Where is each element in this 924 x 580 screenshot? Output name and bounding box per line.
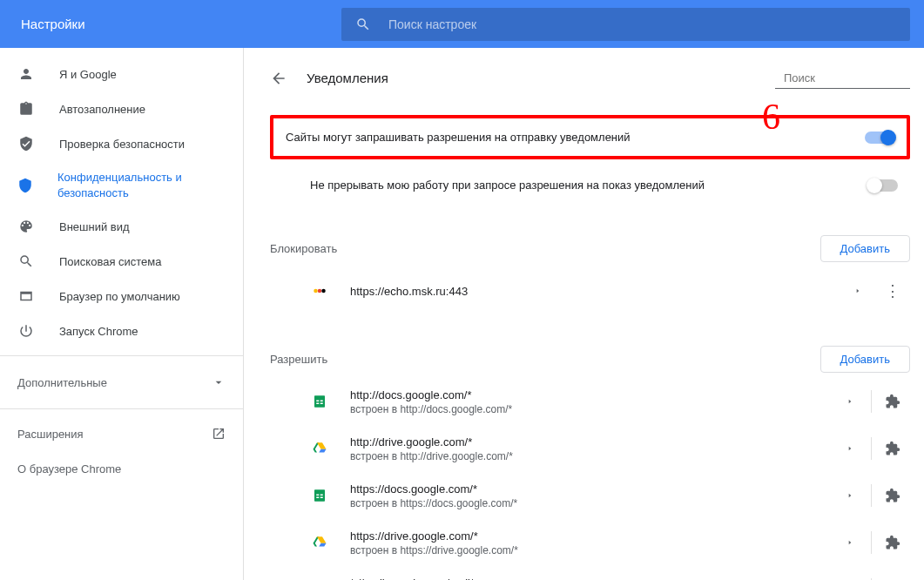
svg-point-1 bbox=[318, 289, 322, 293]
sidebar-item-label: Запуск Chrome bbox=[59, 325, 138, 338]
palette-icon bbox=[17, 219, 35, 234]
sidebar-item-profile[interactable]: Я и Google bbox=[0, 57, 243, 91]
search-icon bbox=[355, 17, 371, 32]
svg-rect-12 bbox=[320, 497, 323, 499]
toggle-ask-permission[interactable] bbox=[865, 132, 894, 144]
sidebar-item-label: Я и Google bbox=[59, 68, 117, 81]
global-search-input[interactable] bbox=[388, 17, 896, 31]
svg-point-2 bbox=[321, 289, 326, 293]
allow-list-item: *://mail.google.com/mail*встроен в *://m… bbox=[270, 566, 910, 580]
allow-list-item: https://docs.google.com/*встроен в https… bbox=[270, 472, 910, 519]
highlighted-setting: Сайты могут запрашивать разрешения на от… bbox=[270, 115, 910, 159]
block-section-header: Блокировать Добавить bbox=[270, 235, 910, 262]
svg-rect-6 bbox=[316, 403, 319, 405]
svg-rect-4 bbox=[316, 401, 319, 402]
sidebar-item-label: Браузер по умолчанию bbox=[59, 290, 180, 303]
allow-list-item: http://drive.google.com/*встроен в http:… bbox=[270, 425, 910, 472]
sidebar-item-search[interactable]: Поисковая система bbox=[0, 244, 243, 279]
extension-icon[interactable] bbox=[875, 441, 910, 456]
shield-check-icon bbox=[17, 136, 35, 152]
svg-rect-7 bbox=[320, 403, 323, 405]
allow-list-item: https://drive.google.com/*встроен в http… bbox=[270, 519, 910, 566]
site-sublabel: встроен в https://docs.google.com/* bbox=[350, 497, 833, 509]
sidebar-advanced[interactable]: Дополнительные bbox=[0, 363, 243, 401]
site-url: https://echo.msk.ru:443 bbox=[350, 285, 840, 298]
site-icon bbox=[310, 486, 329, 505]
add-allow-button[interactable]: Добавить bbox=[820, 346, 910, 373]
sidebar-item-safety[interactable]: Проверка безопасности bbox=[0, 126, 243, 161]
item-expand[interactable] bbox=[840, 286, 875, 296]
sidebar-about[interactable]: О браузере Chrome bbox=[0, 451, 243, 486]
search-icon bbox=[17, 253, 35, 269]
extension-icon[interactable] bbox=[875, 394, 910, 409]
extension-icon[interactable] bbox=[875, 488, 910, 503]
main-content: Уведомления 6 Сайты могут запрашивать ра… bbox=[244, 48, 924, 580]
extension-icon[interactable] bbox=[875, 535, 910, 550]
page-title: Уведомления bbox=[307, 71, 388, 85]
site-url: https://docs.google.com/* bbox=[350, 482, 833, 496]
sidebar-item-autofill[interactable]: Автозаполнение bbox=[0, 91, 243, 126]
global-search[interactable] bbox=[341, 8, 910, 41]
sidebar-item-default-browser[interactable]: Браузер по умолчанию bbox=[0, 279, 243, 314]
page-search[interactable] bbox=[775, 67, 910, 89]
item-menu[interactable]: ⋮ bbox=[875, 281, 910, 300]
sidebar-item-label: Проверка безопасности bbox=[59, 138, 185, 151]
svg-point-0 bbox=[314, 289, 318, 293]
site-sublabel: встроен в https://drive.google.com/* bbox=[350, 544, 833, 556]
toggle-row-ask-permission: Сайты могут запрашивать разрешения на от… bbox=[273, 118, 907, 156]
svg-rect-11 bbox=[316, 497, 319, 499]
site-url: https://drive.google.com/* bbox=[350, 529, 833, 543]
item-expand[interactable] bbox=[833, 396, 867, 407]
sidebar-item-startup[interactable]: Запуск Chrome bbox=[0, 314, 243, 348]
toggle-label: Сайты могут запрашивать разрешения на от… bbox=[286, 131, 631, 144]
divider bbox=[0, 408, 243, 409]
page-search-input[interactable] bbox=[784, 71, 924, 84]
sidebar-extensions[interactable]: Расширения bbox=[0, 416, 243, 451]
sidebar-advanced-label: Дополнительные bbox=[17, 376, 107, 389]
sidebar-item-label: Конфиденциальность и безопасность bbox=[57, 170, 226, 200]
site-sublabel: встроен в http://docs.google.com/* bbox=[350, 403, 833, 415]
app-header: Настройки bbox=[0, 0, 924, 48]
item-expand[interactable] bbox=[833, 443, 867, 454]
app-title: Настройки bbox=[0, 17, 341, 31]
allow-title: Разрешить bbox=[270, 353, 327, 366]
divider bbox=[0, 355, 243, 356]
person-icon bbox=[17, 66, 35, 82]
site-url: http://docs.google.com/* bbox=[350, 388, 833, 401]
sidebar: Я и Google Автозаполнение Проверка безоп… bbox=[0, 48, 244, 580]
annotation-number: 6 bbox=[762, 96, 780, 138]
back-button[interactable] bbox=[270, 70, 287, 87]
svg-rect-10 bbox=[320, 495, 323, 496]
allow-section-header: Разрешить Добавить bbox=[270, 346, 910, 373]
svg-rect-8 bbox=[314, 489, 325, 502]
site-url: http://drive.google.com/* bbox=[350, 435, 833, 448]
site-favicon-icon bbox=[310, 281, 329, 300]
site-icon bbox=[310, 392, 329, 411]
site-url: *://mail.google.com/mail* bbox=[350, 577, 833, 581]
svg-rect-5 bbox=[320, 401, 323, 402]
block-list-item: https://echo.msk.ru:443 ⋮ bbox=[270, 267, 910, 314]
sidebar-item-label: Автозаполнение bbox=[59, 103, 145, 116]
sidebar-item-label: Внешний вид bbox=[59, 220, 130, 233]
site-icon bbox=[310, 533, 329, 552]
item-expand[interactable] bbox=[833, 490, 867, 501]
site-sublabel: встроен в http://drive.google.com/* bbox=[350, 450, 833, 462]
power-icon bbox=[17, 323, 35, 339]
toggle-quiet-notifications[interactable] bbox=[868, 179, 898, 192]
svg-rect-9 bbox=[316, 495, 319, 496]
clipboard-icon bbox=[17, 101, 35, 117]
item-expand[interactable] bbox=[833, 537, 867, 548]
add-block-button[interactable]: Добавить bbox=[820, 235, 910, 262]
chevron-down-icon bbox=[212, 375, 226, 389]
sidebar-item-privacy[interactable]: Конфиденциальность и безопасность bbox=[0, 161, 243, 209]
sidebar-item-appearance[interactable]: Внешний вид bbox=[0, 209, 243, 244]
block-title: Блокировать bbox=[270, 242, 337, 255]
toggle-row-quiet: Не прерывать мою работу при запросе разр… bbox=[270, 166, 910, 204]
sidebar-about-label: О браузере Chrome bbox=[17, 462, 121, 475]
shield-icon bbox=[17, 178, 33, 193]
allow-list-item: http://docs.google.com/*встроен в http:/… bbox=[270, 378, 910, 425]
toggle-label: Не прерывать мою работу при запросе разр… bbox=[310, 179, 705, 192]
site-icon bbox=[310, 439, 329, 458]
sidebar-item-label: Поисковая система bbox=[59, 255, 162, 268]
sidebar-extensions-label: Расширения bbox=[17, 428, 84, 441]
